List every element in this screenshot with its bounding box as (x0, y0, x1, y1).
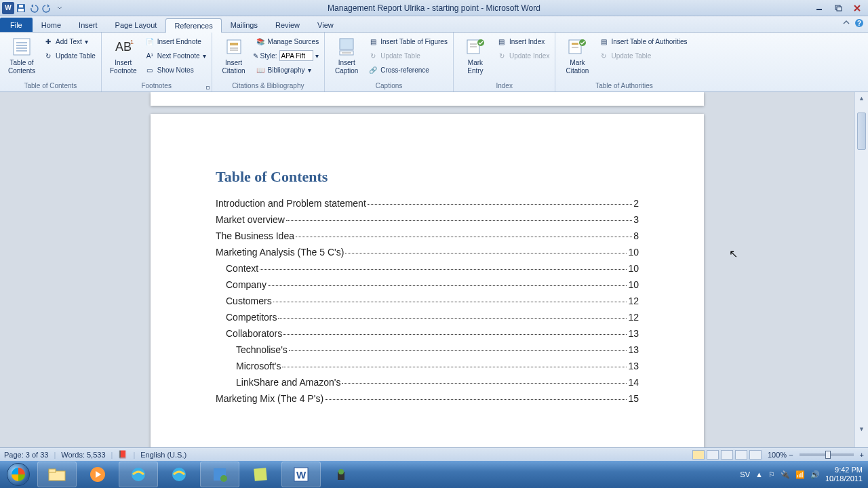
status-words[interactable]: Words: 5,533 (61, 451, 105, 459)
taskbar-ie-2[interactable] (159, 462, 199, 487)
system-tray: SV ▲ ⚐ 🔌 📶 🔊 9:42 PM 10/18/2011 (740, 466, 868, 483)
toc-entry[interactable]: Marketing Analysis (The 5 C's)10 (216, 247, 639, 258)
toc-button[interactable]: Table of Contents (3, 35, 41, 77)
tab-view[interactable]: View (309, 18, 342, 32)
status-page[interactable]: Page: 3 of 33 (4, 451, 48, 459)
word-app-icon[interactable]: W (2, 2, 14, 14)
outline-view-button[interactable] (735, 450, 747, 460)
tray-network-icon[interactable]: 📶 (795, 470, 805, 479)
zoom-slider[interactable] (800, 453, 854, 456)
toc-entry[interactable]: Customers12 (226, 296, 639, 306)
zoom-in-button[interactable]: + (860, 451, 864, 459)
show-notes-button[interactable]: ▭Show Notes (142, 63, 209, 77)
insert-tof-button[interactable]: ▤Insert Table of Figures (366, 35, 450, 48)
minimize-button[interactable] (811, 3, 827, 14)
footnotes-dialog-launcher[interactable] (206, 86, 210, 89)
cross-reference-button[interactable]: 🔗Cross-reference (366, 63, 450, 77)
toc-leader-dots (260, 269, 627, 270)
taskbar-word[interactable]: W (281, 462, 321, 487)
taskbar-sticky-notes[interactable] (241, 462, 280, 487)
toc-entry-page: 13 (628, 344, 639, 355)
zoom-level[interactable]: 100% (768, 451, 787, 459)
draft-view-button[interactable] (749, 450, 762, 460)
tab-file[interactable]: File (0, 18, 33, 32)
zoom-out-button[interactable]: − (789, 451, 793, 459)
full-screen-view-button[interactable] (707, 450, 719, 460)
undo-icon[interactable] (28, 2, 40, 14)
insert-index-button[interactable]: ▤Insert Index (494, 35, 553, 48)
taskbar-media-player[interactable] (78, 462, 117, 487)
update-toc-button[interactable]: ↻Update Table (41, 49, 98, 62)
proofing-icon[interactable]: 📕 (118, 450, 127, 459)
toc-entry[interactable]: Technolise's13 (236, 344, 639, 355)
toc-entry[interactable]: Microsoft's13 (236, 361, 639, 371)
toc-entry[interactable]: Collaborators13 (226, 328, 639, 339)
insert-caption-button[interactable]: Insert Caption (328, 35, 366, 77)
tray-clock[interactable]: 9:42 PM 10/18/2011 (825, 466, 863, 483)
insert-endnote-button[interactable]: 📄Insert Endnote (142, 35, 209, 48)
toc-entry-page: 12 (628, 312, 639, 323)
tab-home[interactable]: Home (33, 18, 70, 32)
save-icon[interactable] (15, 2, 27, 14)
svg-text:?: ? (857, 20, 861, 27)
toc-entry[interactable]: Introduction and Problem statement2 (216, 198, 639, 209)
toc-entry[interactable]: Marketing Mix (The 4 P's)15 (216, 393, 639, 404)
tab-page-layout[interactable]: Page Layout (106, 18, 166, 32)
scroll-thumb[interactable] (857, 113, 866, 150)
tray-power-icon[interactable]: 🔌 (781, 470, 790, 479)
toc-entry-page: 14 (628, 377, 639, 388)
group-footnotes: AB1 Insert Footnote 📄Insert Endnote A¹Ne… (102, 33, 212, 92)
maximize-button[interactable] (830, 3, 846, 14)
bibliography-button[interactable]: 📖Bibliography ▾ (253, 63, 322, 77)
show-notes-icon: ▭ (145, 65, 155, 75)
insert-toa-button[interactable]: ▤Insert Table of Authorities (596, 35, 690, 48)
citation-style-select[interactable] (279, 50, 313, 61)
mark-citation-button[interactable]: Mark Citation (558, 35, 596, 77)
toc-entry[interactable]: Competitors12 (226, 312, 639, 323)
tab-review[interactable]: Review (267, 18, 309, 32)
update-tof-button: ↻Update Table (366, 49, 450, 62)
document-page[interactable]: Table of Contents Introduction and Probl… (151, 114, 704, 447)
toc-leader-dots (368, 204, 632, 205)
manage-sources-button[interactable]: 📚Manage Sources (253, 35, 322, 48)
document-area[interactable]: Table of Contents Introduction and Probl… (0, 92, 854, 447)
toc-entry[interactable]: The Business Idea8 (216, 230, 639, 241)
taskbar-camtasia[interactable] (322, 462, 361, 487)
show-hidden-icons[interactable]: ▲ (755, 470, 763, 479)
group-captions: Insert Caption ▤Insert Table of Figures … (325, 33, 454, 92)
zoom-slider-thumb[interactable] (825, 451, 831, 459)
toc-leader-dots (283, 334, 627, 335)
scroll-up-button[interactable]: ▲ (855, 92, 868, 104)
tray-language[interactable]: SV (740, 470, 750, 479)
status-language[interactable]: English (U.S.) (140, 451, 186, 459)
help-icon[interactable]: ? (854, 18, 864, 28)
tray-flag-icon[interactable]: ⚐ (768, 470, 775, 479)
crossref-icon: 🔗 (368, 65, 378, 75)
tray-volume-icon[interactable]: 🔊 (810, 470, 820, 479)
insert-footnote-button[interactable]: AB1 Insert Footnote (104, 35, 142, 77)
web-layout-view-button[interactable] (721, 450, 733, 460)
toc-entry[interactable]: Company10 (226, 279, 639, 290)
start-button[interactable] (0, 461, 37, 488)
redo-icon[interactable] (41, 2, 53, 14)
add-text-button[interactable]: ✚Add Text ▾ (41, 35, 98, 48)
qat-dropdown-icon[interactable] (54, 2, 66, 14)
tab-insert[interactable]: Insert (70, 18, 106, 32)
taskbar-app-1[interactable] (200, 462, 239, 487)
toc-entry[interactable]: Market overview3 (216, 214, 639, 225)
mark-entry-button[interactable]: Mark Entry (456, 35, 494, 77)
insert-citation-button[interactable]: Insert Citation (215, 35, 253, 77)
taskbar-explorer[interactable] (37, 462, 77, 487)
vertical-scrollbar[interactable]: ▲ ▼ (854, 92, 868, 447)
print-layout-view-button[interactable] (692, 450, 705, 460)
tab-references[interactable]: References (165, 18, 221, 33)
toc-entry[interactable]: Context10 (226, 263, 639, 274)
toc-entry[interactable]: LinkShare and Amazon's14 (236, 377, 639, 388)
minimize-ribbon-icon[interactable] (842, 18, 850, 28)
next-footnote-button[interactable]: A¹Next Footnote ▾ (142, 49, 209, 62)
scroll-down-button[interactable]: ▼ (855, 423, 868, 435)
close-button[interactable] (849, 3, 865, 14)
toc-entry-text: LinkShare and Amazon's (236, 377, 340, 388)
taskbar-ie-1[interactable] (119, 462, 158, 487)
tab-mailings[interactable]: Mailings (222, 18, 267, 32)
